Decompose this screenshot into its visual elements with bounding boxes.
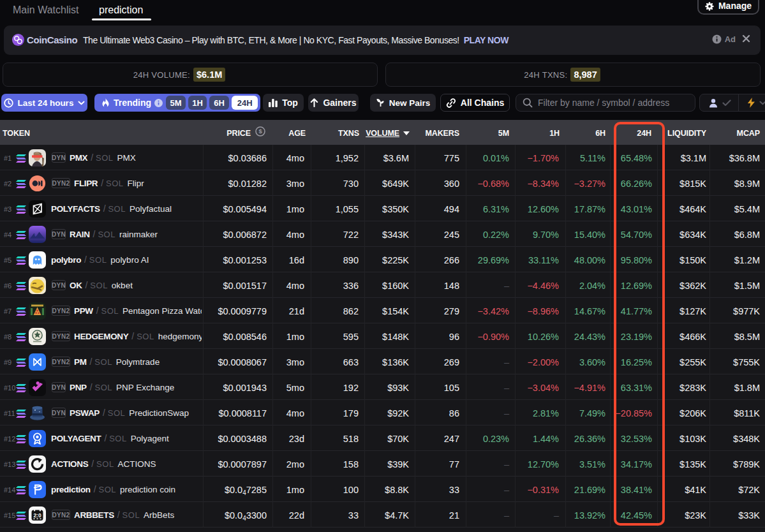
svg-text:$: $	[258, 128, 262, 135]
svg-text:2:0: 2:0	[33, 512, 41, 518]
